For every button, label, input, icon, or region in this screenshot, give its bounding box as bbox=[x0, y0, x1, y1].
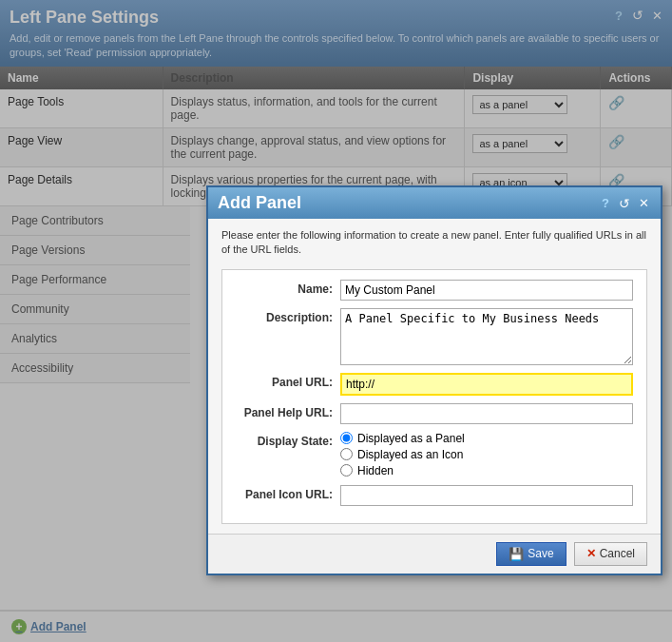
add-panel-modal: Add Panel ? ↺ ✕ Please enter the followi… bbox=[206, 185, 662, 575]
radio-label-icon: Displayed as an Icon bbox=[357, 448, 463, 461]
form-row-description: Description: A Panel Specific to My Busi… bbox=[236, 308, 633, 365]
modal-footer: 💾 Save ✕ Cancel bbox=[208, 534, 661, 574]
display-state-label: Display State: bbox=[236, 432, 340, 448]
modal-close-icon[interactable]: ✕ bbox=[636, 196, 651, 211]
radio-label-panel: Displayed as a Panel bbox=[357, 432, 465, 445]
save-label: Save bbox=[528, 547, 553, 560]
radio-displayed-as-panel[interactable] bbox=[340, 432, 353, 444]
name-input[interactable] bbox=[340, 280, 633, 301]
form-section: Name: Description: A Panel Specific to M… bbox=[221, 269, 647, 524]
description-input[interactable]: A Panel Specific to My Business Needs bbox=[340, 308, 633, 365]
cancel-label: Cancel bbox=[600, 547, 635, 560]
form-row-name: Name: bbox=[236, 280, 633, 301]
radio-label-hidden: Hidden bbox=[357, 464, 394, 477]
radio-displayed-as-icon[interactable] bbox=[340, 448, 353, 460]
panel-help-url-label: Panel Help URL: bbox=[236, 403, 340, 419]
panel-icon-url-label: Panel Icon URL: bbox=[236, 485, 340, 501]
main-panel: Left Pane Settings Add, edit or remove p… bbox=[0, 0, 672, 642]
panel-help-url-input[interactable] bbox=[340, 403, 633, 424]
save-button[interactable]: 💾 Save bbox=[496, 542, 566, 566]
description-label: Description: bbox=[236, 308, 340, 324]
modal-body: Please enter the following information t… bbox=[208, 219, 661, 534]
modal-intro: Please enter the following information t… bbox=[221, 228, 647, 258]
name-label: Name: bbox=[236, 280, 340, 296]
radio-hidden[interactable] bbox=[340, 464, 353, 477]
form-row-panel-url: Panel URL: bbox=[236, 373, 633, 396]
form-row-display-state: Display State: Displayed as a Panel Disp… bbox=[236, 432, 633, 477]
cancel-button[interactable]: ✕ Cancel bbox=[574, 542, 647, 566]
radio-row-hidden[interactable]: Hidden bbox=[340, 464, 465, 477]
save-icon: 💾 bbox=[509, 547, 524, 561]
panel-url-input[interactable] bbox=[340, 373, 633, 396]
panel-url-label: Panel URL: bbox=[236, 373, 340, 389]
panel-icon-url-input[interactable] bbox=[340, 485, 633, 506]
modal-refresh-icon[interactable]: ↺ bbox=[617, 196, 632, 211]
modal-header-icons: ? ↺ ✕ bbox=[598, 196, 651, 211]
modal-overlay: Add Panel ? ↺ ✕ Please enter the followi… bbox=[0, 0, 672, 642]
modal-title: Add Panel bbox=[218, 193, 301, 213]
modal-header: Add Panel ? ↺ ✕ bbox=[208, 187, 661, 219]
form-row-panel-icon-url: Panel Icon URL: bbox=[236, 485, 633, 506]
radio-row-icon[interactable]: Displayed as an Icon bbox=[340, 448, 465, 461]
form-row-panel-help-url: Panel Help URL: bbox=[236, 403, 633, 424]
display-state-radio-group: Displayed as a Panel Displayed as an Ico… bbox=[340, 432, 465, 477]
radio-row-panel[interactable]: Displayed as a Panel bbox=[340, 432, 465, 445]
modal-help-icon[interactable]: ? bbox=[598, 196, 613, 211]
cancel-x-icon: ✕ bbox=[586, 547, 596, 560]
